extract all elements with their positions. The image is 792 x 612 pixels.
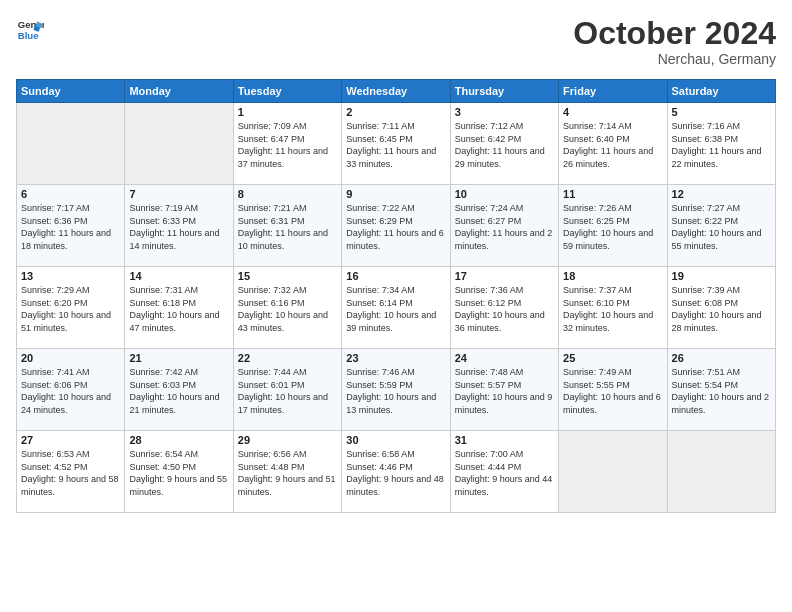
cell-info: Sunrise: 7:22 AMSunset: 6:29 PMDaylight:… [346, 202, 445, 252]
cell-info: Sunrise: 7:29 AMSunset: 6:20 PMDaylight:… [21, 284, 120, 334]
cell-info: Sunrise: 7:12 AMSunset: 6:42 PMDaylight:… [455, 120, 554, 170]
cell-info: Sunrise: 7:37 AMSunset: 6:10 PMDaylight:… [563, 284, 662, 334]
calendar-cell: 15Sunrise: 7:32 AMSunset: 6:16 PMDayligh… [233, 267, 341, 349]
calendar-cell: 2Sunrise: 7:11 AMSunset: 6:45 PMDaylight… [342, 103, 450, 185]
weekday-header-friday: Friday [559, 80, 667, 103]
cell-info: Sunrise: 7:32 AMSunset: 6:16 PMDaylight:… [238, 284, 337, 334]
cell-info: Sunrise: 7:36 AMSunset: 6:12 PMDaylight:… [455, 284, 554, 334]
calendar-week-5: 27Sunrise: 6:53 AMSunset: 4:52 PMDayligh… [17, 431, 776, 513]
day-number: 13 [21, 270, 120, 282]
month-title: October 2024 [573, 16, 776, 51]
calendar-cell [667, 431, 775, 513]
cell-info: Sunrise: 7:09 AMSunset: 6:47 PMDaylight:… [238, 120, 337, 170]
day-number: 29 [238, 434, 337, 446]
calendar-cell: 28Sunrise: 6:54 AMSunset: 4:50 PMDayligh… [125, 431, 233, 513]
cell-info: Sunrise: 7:44 AMSunset: 6:01 PMDaylight:… [238, 366, 337, 416]
cell-info: Sunrise: 7:48 AMSunset: 5:57 PMDaylight:… [455, 366, 554, 416]
calendar-cell: 8Sunrise: 7:21 AMSunset: 6:31 PMDaylight… [233, 185, 341, 267]
calendar-week-1: 1Sunrise: 7:09 AMSunset: 6:47 PMDaylight… [17, 103, 776, 185]
calendar-cell: 3Sunrise: 7:12 AMSunset: 6:42 PMDaylight… [450, 103, 558, 185]
page-container: General Blue General Blue October 2024 N… [0, 0, 792, 529]
day-number: 23 [346, 352, 445, 364]
day-number: 22 [238, 352, 337, 364]
calendar-cell: 6Sunrise: 7:17 AMSunset: 6:36 PMDaylight… [17, 185, 125, 267]
logo: General Blue General Blue [16, 16, 44, 44]
calendar-cell: 17Sunrise: 7:36 AMSunset: 6:12 PMDayligh… [450, 267, 558, 349]
day-number: 21 [129, 352, 228, 364]
calendar-cell [559, 431, 667, 513]
page-header: General Blue General Blue October 2024 N… [16, 16, 776, 67]
day-number: 4 [563, 106, 662, 118]
day-number: 25 [563, 352, 662, 364]
cell-info: Sunrise: 7:14 AMSunset: 6:40 PMDaylight:… [563, 120, 662, 170]
cell-info: Sunrise: 7:41 AMSunset: 6:06 PMDaylight:… [21, 366, 120, 416]
weekday-header-sunday: Sunday [17, 80, 125, 103]
cell-info: Sunrise: 6:56 AMSunset: 4:48 PMDaylight:… [238, 448, 337, 498]
calendar-cell: 11Sunrise: 7:26 AMSunset: 6:25 PMDayligh… [559, 185, 667, 267]
weekday-header-thursday: Thursday [450, 80, 558, 103]
day-number: 17 [455, 270, 554, 282]
day-number: 11 [563, 188, 662, 200]
cell-info: Sunrise: 7:00 AMSunset: 4:44 PMDaylight:… [455, 448, 554, 498]
cell-info: Sunrise: 7:21 AMSunset: 6:31 PMDaylight:… [238, 202, 337, 252]
calendar-week-2: 6Sunrise: 7:17 AMSunset: 6:36 PMDaylight… [17, 185, 776, 267]
calendar-cell [125, 103, 233, 185]
cell-info: Sunrise: 7:31 AMSunset: 6:18 PMDaylight:… [129, 284, 228, 334]
cell-info: Sunrise: 6:58 AMSunset: 4:46 PMDaylight:… [346, 448, 445, 498]
day-number: 24 [455, 352, 554, 364]
calendar-cell: 23Sunrise: 7:46 AMSunset: 5:59 PMDayligh… [342, 349, 450, 431]
weekday-header-tuesday: Tuesday [233, 80, 341, 103]
day-number: 12 [672, 188, 771, 200]
weekday-header-row: SundayMondayTuesdayWednesdayThursdayFrid… [17, 80, 776, 103]
calendar-cell: 18Sunrise: 7:37 AMSunset: 6:10 PMDayligh… [559, 267, 667, 349]
cell-info: Sunrise: 6:54 AMSunset: 4:50 PMDaylight:… [129, 448, 228, 498]
cell-info: Sunrise: 7:49 AMSunset: 5:55 PMDaylight:… [563, 366, 662, 416]
day-number: 31 [455, 434, 554, 446]
cell-info: Sunrise: 7:51 AMSunset: 5:54 PMDaylight:… [672, 366, 771, 416]
day-number: 1 [238, 106, 337, 118]
title-block: October 2024 Nerchau, Germany [573, 16, 776, 67]
cell-info: Sunrise: 7:16 AMSunset: 6:38 PMDaylight:… [672, 120, 771, 170]
day-number: 20 [21, 352, 120, 364]
calendar-cell: 21Sunrise: 7:42 AMSunset: 6:03 PMDayligh… [125, 349, 233, 431]
calendar-cell: 31Sunrise: 7:00 AMSunset: 4:44 PMDayligh… [450, 431, 558, 513]
calendar-cell: 26Sunrise: 7:51 AMSunset: 5:54 PMDayligh… [667, 349, 775, 431]
calendar-cell: 1Sunrise: 7:09 AMSunset: 6:47 PMDaylight… [233, 103, 341, 185]
calendar-cell: 30Sunrise: 6:58 AMSunset: 4:46 PMDayligh… [342, 431, 450, 513]
calendar-cell: 12Sunrise: 7:27 AMSunset: 6:22 PMDayligh… [667, 185, 775, 267]
calendar-cell: 10Sunrise: 7:24 AMSunset: 6:27 PMDayligh… [450, 185, 558, 267]
calendar-week-3: 13Sunrise: 7:29 AMSunset: 6:20 PMDayligh… [17, 267, 776, 349]
day-number: 14 [129, 270, 228, 282]
day-number: 9 [346, 188, 445, 200]
calendar-cell: 19Sunrise: 7:39 AMSunset: 6:08 PMDayligh… [667, 267, 775, 349]
cell-info: Sunrise: 7:34 AMSunset: 6:14 PMDaylight:… [346, 284, 445, 334]
day-number: 6 [21, 188, 120, 200]
day-number: 30 [346, 434, 445, 446]
calendar-cell: 7Sunrise: 7:19 AMSunset: 6:33 PMDaylight… [125, 185, 233, 267]
calendar-week-4: 20Sunrise: 7:41 AMSunset: 6:06 PMDayligh… [17, 349, 776, 431]
calendar-cell: 25Sunrise: 7:49 AMSunset: 5:55 PMDayligh… [559, 349, 667, 431]
day-number: 27 [21, 434, 120, 446]
day-number: 8 [238, 188, 337, 200]
calendar-cell: 9Sunrise: 7:22 AMSunset: 6:29 PMDaylight… [342, 185, 450, 267]
day-number: 18 [563, 270, 662, 282]
cell-info: Sunrise: 7:39 AMSunset: 6:08 PMDaylight:… [672, 284, 771, 334]
day-number: 15 [238, 270, 337, 282]
weekday-header-saturday: Saturday [667, 80, 775, 103]
location: Nerchau, Germany [573, 51, 776, 67]
svg-text:Blue: Blue [18, 30, 39, 41]
logo-icon: General Blue [16, 16, 44, 44]
weekday-header-wednesday: Wednesday [342, 80, 450, 103]
calendar-cell: 14Sunrise: 7:31 AMSunset: 6:18 PMDayligh… [125, 267, 233, 349]
calendar-cell: 13Sunrise: 7:29 AMSunset: 6:20 PMDayligh… [17, 267, 125, 349]
calendar-cell: 4Sunrise: 7:14 AMSunset: 6:40 PMDaylight… [559, 103, 667, 185]
day-number: 19 [672, 270, 771, 282]
day-number: 26 [672, 352, 771, 364]
day-number: 3 [455, 106, 554, 118]
cell-info: Sunrise: 7:27 AMSunset: 6:22 PMDaylight:… [672, 202, 771, 252]
calendar-cell: 22Sunrise: 7:44 AMSunset: 6:01 PMDayligh… [233, 349, 341, 431]
cell-info: Sunrise: 7:26 AMSunset: 6:25 PMDaylight:… [563, 202, 662, 252]
cell-info: Sunrise: 7:11 AMSunset: 6:45 PMDaylight:… [346, 120, 445, 170]
day-number: 5 [672, 106, 771, 118]
calendar-cell: 27Sunrise: 6:53 AMSunset: 4:52 PMDayligh… [17, 431, 125, 513]
